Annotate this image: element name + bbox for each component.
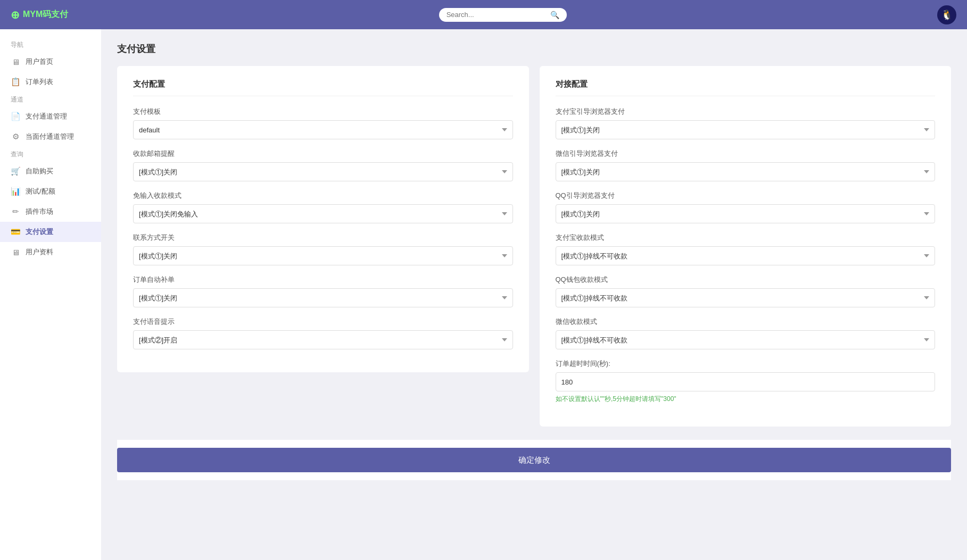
logo: ⊕ MYM码支付 xyxy=(11,9,68,21)
form-group-wechat-browser: 微信引导浏览器支付 [模式①]关闭 [模式①]开启 xyxy=(556,149,936,181)
sidebar-label-payment-channel: 支付通道管理 xyxy=(26,112,67,121)
header: ⊕ MYM码支付 🔍 🐧 xyxy=(0,0,967,29)
sidebar-item-self-buy[interactable]: 🛒 自助购买 xyxy=(0,161,101,181)
form-group-wechat-collect: 微信收款模式 [模式①]掉线不可收款 [模式①]掉线可收款 xyxy=(556,317,936,349)
label-email-reminder: 收款邮箱提醒 xyxy=(133,149,513,158)
form-group-alipay-browser: 支付宝引导浏览器支付 [模式①]关闭 [模式①]开启 xyxy=(556,107,936,139)
select-qq-browser[interactable]: [模式①]关闭 [模式①]开启 xyxy=(556,204,936,223)
bottom-bar: 确定修改 xyxy=(117,440,951,480)
select-payment-template[interactable]: default xyxy=(133,120,513,139)
form-group-order-auto-fill: 订单自动补单 [模式①]关闭 [模式①]开启 xyxy=(133,275,513,307)
sidebar-label-order-list: 订单列表 xyxy=(26,77,53,87)
sidebar-label-current-channel: 当面付通道管理 xyxy=(26,132,74,141)
select-alipay-browser[interactable]: [模式①]关闭 [模式①]开启 xyxy=(556,120,936,139)
label-alipay-browser: 支付宝引导浏览器支付 xyxy=(556,107,936,116)
sidebar-label-test-config: 测试/配额 xyxy=(26,187,55,196)
form-group-no-input-mode: 免输入收款模式 [模式①]关闭免输入 [模式①]开启免输入 xyxy=(133,191,513,223)
select-wechat-collect[interactable]: [模式①]掉线不可收款 [模式①]掉线可收款 xyxy=(556,330,936,349)
search-input[interactable] xyxy=(447,11,546,19)
select-voice-hint[interactable]: [模式②]开启 [模式②]关闭 xyxy=(133,330,513,349)
label-voice-hint: 支付语音提示 xyxy=(133,317,513,327)
doc-icon: 📄 xyxy=(11,112,20,121)
sidebar-label-payment-settings: 支付设置 xyxy=(26,227,53,237)
sidebar-label-self-buy: 自助购买 xyxy=(26,166,53,176)
label-no-input-mode: 免输入收款模式 xyxy=(133,191,513,200)
select-alipay-collect[interactable]: [模式①]掉线不可收款 [模式①]掉线可收款 xyxy=(556,246,936,265)
sidebar-item-current-channel[interactable]: ⚙ 当面付通道管理 xyxy=(0,127,101,147)
label-contact-switch: 联系方式开关 xyxy=(133,233,513,243)
sidebar-item-plugin-market[interactable]: ✏ 插件市场 xyxy=(0,202,101,222)
avatar-icon: 🐧 xyxy=(941,9,953,21)
label-payment-template: 支付模板 xyxy=(133,107,513,116)
right-card-title: 对接配置 xyxy=(556,79,936,96)
layout: 导航 🖥 用户首页 📋 订单列表 通道 📄 支付通道管理 ⚙ 当面付通道管理 查… xyxy=(0,29,967,560)
form-group-payment-template: 支付模板 default xyxy=(133,107,513,139)
confirm-button[interactable]: 确定修改 xyxy=(117,448,951,472)
input-order-timeout[interactable] xyxy=(556,372,936,391)
sidebar: 导航 🖥 用户首页 📋 订单列表 通道 📄 支付通道管理 ⚙ 当面付通道管理 查… xyxy=(0,29,101,560)
sidebar-item-user-profile[interactable]: 🖥 用户资料 xyxy=(0,242,101,262)
channel-section-label: 通道 xyxy=(0,92,101,106)
label-order-auto-fill: 订单自动补单 xyxy=(133,275,513,285)
nav-section-label: 导航 xyxy=(0,37,101,52)
sidebar-label-user-profile: 用户资料 xyxy=(26,247,53,257)
sidebar-item-payment-settings[interactable]: 💳 支付设置 xyxy=(0,222,101,242)
chart-icon: 📊 xyxy=(11,187,20,196)
avatar[interactable]: 🐧 xyxy=(937,5,956,24)
right-card: 对接配置 支付宝引导浏览器支付 [模式①]关闭 [模式①]开启 微信引导浏览器支… xyxy=(540,66,952,427)
select-order-auto-fill[interactable]: [模式①]关闭 [模式①]开启 xyxy=(133,288,513,307)
select-no-input-mode[interactable]: [模式①]关闭免输入 [模式①]开启免输入 xyxy=(133,204,513,223)
label-qq-wallet-collect: QQ钱包收款模式 xyxy=(556,275,936,285)
cart-icon: 🛒 xyxy=(11,166,20,176)
timeout-hint: 如不设置默认认""秒,5分钟超时请填写"300" xyxy=(556,395,936,404)
cards-row: 支付配置 支付模板 default 收款邮箱提醒 [模式①]关闭 [模式①]开启… xyxy=(117,66,951,427)
label-order-timeout: 订单超时时间(秒): xyxy=(556,359,936,369)
sidebar-label-user-home: 用户首页 xyxy=(26,57,53,66)
form-group-contact-switch: 联系方式开关 [模式①]关闭 [模式①]开启 xyxy=(133,233,513,265)
sidebar-item-test-config[interactable]: 📊 测试/配额 xyxy=(0,181,101,202)
form-group-qq-wallet-collect: QQ钱包收款模式 [模式①]掉线不可收款 [模式①]掉线可收款 xyxy=(556,275,936,307)
select-wechat-browser[interactable]: [模式①]关闭 [模式①]开启 xyxy=(556,162,936,181)
label-alipay-collect: 支付宝收款模式 xyxy=(556,233,936,243)
form-group-alipay-collect: 支付宝收款模式 [模式①]掉线不可收款 [模式①]掉线可收款 xyxy=(556,233,936,265)
select-qq-wallet-collect[interactable]: [模式①]掉线不可收款 [模式①]掉线可收款 xyxy=(556,288,936,307)
profile-icon: 🖥 xyxy=(11,248,20,257)
label-qq-browser: QQ引导浏览器支付 xyxy=(556,191,936,200)
logo-text: MYM码支付 xyxy=(23,9,68,20)
search-bar: 🔍 xyxy=(439,8,567,22)
form-group-qq-browser: QQ引导浏览器支付 [模式①]关闭 [模式①]开启 xyxy=(556,191,936,223)
sidebar-item-payment-channel[interactable]: 📄 支付通道管理 xyxy=(0,106,101,127)
query-section-label: 查询 xyxy=(0,147,101,161)
sidebar-item-order-list[interactable]: 📋 订单列表 xyxy=(0,72,101,92)
select-contact-switch[interactable]: [模式①]关闭 [模式①]开启 xyxy=(133,246,513,265)
select-email-reminder[interactable]: [模式①]关闭 [模式①]开启 xyxy=(133,162,513,181)
plugin-icon: ✏ xyxy=(11,207,20,216)
list-icon: 📋 xyxy=(11,77,20,87)
label-wechat-browser: 微信引导浏览器支付 xyxy=(556,149,936,158)
sidebar-item-user-home[interactable]: 🖥 用户首页 xyxy=(0,52,101,72)
logo-icon: ⊕ xyxy=(11,9,20,21)
label-wechat-collect: 微信收款模式 xyxy=(556,317,936,327)
search-icon: 🔍 xyxy=(550,11,559,19)
payment-icon: 💳 xyxy=(11,227,20,237)
form-group-voice-hint: 支付语音提示 [模式②]开启 [模式②]关闭 xyxy=(133,317,513,349)
left-card: 支付配置 支付模板 default 收款邮箱提醒 [模式①]关闭 [模式①]开启… xyxy=(117,66,529,372)
monitor-icon: 🖥 xyxy=(11,57,20,66)
left-card-title: 支付配置 xyxy=(133,79,513,96)
form-group-email-reminder: 收款邮箱提醒 [模式①]关闭 [模式①]开启 xyxy=(133,149,513,181)
gear-icon: ⚙ xyxy=(11,132,20,141)
main-content: 支付设置 支付配置 支付模板 default 收款邮箱提醒 [模式①]关闭 [模… xyxy=(101,29,967,560)
page-title: 支付设置 xyxy=(117,43,951,55)
form-group-order-timeout: 订单超时时间(秒): 如不设置默认认""秒,5分钟超时请填写"300" xyxy=(556,359,936,404)
sidebar-label-plugin-market: 插件市场 xyxy=(26,207,53,216)
